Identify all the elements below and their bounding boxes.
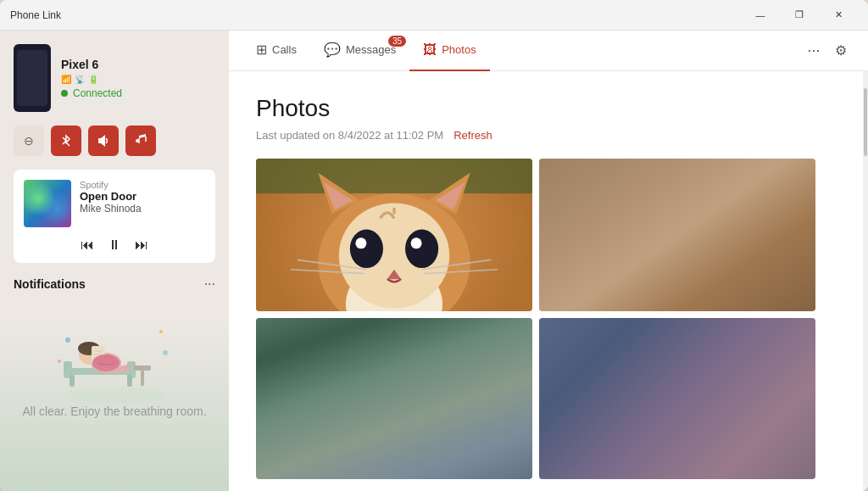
svg-point-17 bbox=[163, 350, 168, 355]
tab-calls[interactable]: ⊞ Calls bbox=[242, 31, 310, 71]
photo-grid bbox=[256, 159, 815, 479]
music-info: Spotify Open Door Mike Shinoda bbox=[80, 180, 205, 215]
tab-calls-label: Calls bbox=[272, 43, 297, 56]
photos-title: Photos bbox=[256, 95, 836, 122]
photo-blurred-3[interactable] bbox=[539, 318, 815, 479]
main-content: Pixel 6 📶 📡 🔋 Connected ⊖ bbox=[0, 31, 868, 491]
wifi-icon: 📶 bbox=[61, 75, 71, 84]
svg-point-19 bbox=[92, 354, 120, 371]
connected-indicator bbox=[61, 90, 68, 97]
photo-blurred-1[interactable] bbox=[539, 159, 815, 311]
music-prev-button[interactable]: ⏮ bbox=[81, 237, 94, 253]
notifications-header: Notifications ··· bbox=[14, 276, 215, 292]
photos-icon: 🖼 bbox=[423, 42, 437, 58]
nav-more-button[interactable]: ··· bbox=[800, 37, 827, 64]
messages-icon: 💬 bbox=[324, 42, 341, 58]
photos-subtitle-row: Last updated on 8/4/2022 at 11:02 PM Ref… bbox=[256, 129, 836, 142]
music-title: Open Door bbox=[80, 190, 205, 203]
signal-icon: 📡 bbox=[75, 75, 85, 84]
music-service: Spotify bbox=[80, 180, 205, 190]
right-panel: ⊞ Calls 💬 Messages 35 🖼 Photos ··· ⚙ bbox=[229, 31, 868, 491]
empty-notification-text: All clear. Enjoy the breathing room. bbox=[22, 404, 206, 421]
maximize-button[interactable]: ❐ bbox=[780, 3, 819, 28]
music-next-button[interactable]: ⏭ bbox=[135, 237, 148, 253]
svg-point-31 bbox=[355, 237, 366, 248]
phone-screen bbox=[17, 50, 47, 106]
nav-settings-button[interactable]: ⚙ bbox=[827, 37, 854, 64]
tab-messages[interactable]: 💬 Messages 35 bbox=[310, 31, 409, 71]
connected-label: Connected bbox=[73, 87, 122, 99]
music-pause-button[interactable]: ⏸ bbox=[108, 237, 121, 253]
album-art bbox=[24, 180, 71, 227]
device-name: Pixel 6 bbox=[61, 58, 122, 71]
connection-status: Connected bbox=[61, 87, 122, 99]
svg-point-32 bbox=[411, 237, 422, 248]
device-info: Pixel 6 📶 📡 🔋 Connected bbox=[61, 58, 122, 99]
photo-blurred-2[interactable] bbox=[256, 318, 532, 479]
quick-actions: ⊖ bbox=[14, 126, 215, 156]
album-art-inner bbox=[24, 180, 71, 227]
svg-rect-6 bbox=[134, 365, 151, 371]
svg-rect-7 bbox=[141, 371, 144, 386]
messages-badge: 35 bbox=[388, 36, 406, 47]
window-controls: — ❐ ✕ bbox=[741, 3, 858, 28]
music-artist: Mike Shinoda bbox=[80, 203, 205, 215]
scrollbar[interactable] bbox=[863, 71, 868, 491]
notifications-more-button[interactable]: ··· bbox=[204, 276, 215, 292]
close-button[interactable]: ✕ bbox=[819, 3, 858, 28]
volume-button[interactable] bbox=[88, 126, 119, 156]
tab-photos-label: Photos bbox=[442, 43, 476, 56]
tab-photos[interactable]: 🖼 Photos bbox=[409, 31, 489, 71]
cat-image bbox=[256, 159, 532, 311]
music-player-content: Spotify Open Door Mike Shinoda bbox=[24, 180, 205, 227]
svg-rect-5 bbox=[127, 375, 132, 387]
phone-image bbox=[14, 44, 51, 112]
window-title: Phone Link bbox=[10, 9, 741, 21]
photos-content: Photos Last updated on 8/4/2022 at 11:02… bbox=[229, 71, 863, 491]
calls-icon: ⊞ bbox=[256, 42, 267, 58]
minimize-button[interactable]: — bbox=[741, 3, 780, 28]
mute-button[interactable]: ⊖ bbox=[14, 126, 44, 156]
svg-point-16 bbox=[159, 330, 163, 333]
tab-messages-label: Messages bbox=[346, 43, 396, 56]
battery-icon: 🔋 bbox=[88, 75, 98, 84]
svg-point-15 bbox=[65, 338, 70, 343]
bluetooth-button[interactable] bbox=[51, 126, 81, 156]
photo-cat[interactable] bbox=[256, 159, 532, 311]
empty-notification-illustration bbox=[42, 302, 186, 404]
music-button[interactable] bbox=[125, 126, 156, 156]
notifications-empty-state: All clear. Enjoy the breathing room. bbox=[14, 302, 215, 421]
content-area: Photos Last updated on 8/4/2022 at 11:02… bbox=[229, 71, 868, 491]
device-section: Pixel 6 📶 📡 🔋 Connected bbox=[14, 44, 215, 112]
title-bar: Phone Link — ❐ ✕ bbox=[0, 0, 868, 31]
svg-rect-21 bbox=[256, 159, 532, 193]
scrollbar-thumb[interactable] bbox=[864, 88, 867, 156]
notifications-title: Notifications bbox=[14, 277, 86, 291]
nav-bar: ⊞ Calls 💬 Messages 35 🖼 Photos ··· ⚙ bbox=[229, 31, 868, 71]
svg-point-30 bbox=[405, 229, 438, 268]
app-window: Phone Link — ❐ ✕ Pixel 6 📶 📡 🔋 bbox=[0, 0, 868, 491]
refresh-link[interactable]: Refresh bbox=[453, 129, 492, 142]
music-controls: ⏮ ⏸ ⏭ bbox=[24, 234, 205, 253]
svg-point-0 bbox=[64, 387, 165, 404]
music-player: Spotify Open Door Mike Shinoda ⏮ ⏸ ⏭ bbox=[14, 170, 215, 263]
svg-point-29 bbox=[350, 229, 383, 268]
svg-point-18 bbox=[58, 360, 61, 363]
sidebar: Pixel 6 📶 📡 🔋 Connected ⊖ bbox=[0, 31, 229, 491]
last-updated-label: Last updated on 8/4/2022 at 11:02 PM bbox=[256, 129, 443, 142]
svg-rect-4 bbox=[70, 375, 75, 387]
device-status-row: 📶 📡 🔋 bbox=[61, 75, 122, 84]
